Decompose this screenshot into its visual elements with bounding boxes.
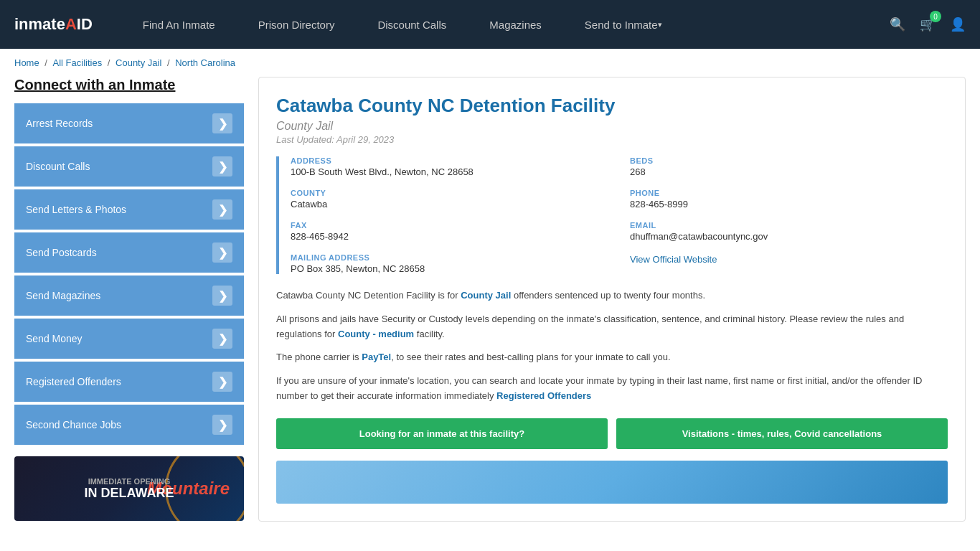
facility-type: County Jail <box>276 120 948 133</box>
sidebar-banner: IMMEDIATE OPENING IN DELAWARE Mountaire <box>14 456 244 521</box>
main-container: Connect with an Inmate Arrest Records ❯ … <box>0 77 980 536</box>
email-field: EMAIL dhuffman@catawbacountync.gov <box>630 221 948 242</box>
fax-field: FAX 828-465-8942 <box>291 221 608 242</box>
sidebar-menu: Arrest Records ❯ Discount Calls ❯ Send L… <box>14 103 244 445</box>
banner-line2: IN DELAWARE <box>84 486 174 501</box>
desc-para-4: If you are unsure of your inmate's locat… <box>276 374 948 404</box>
nav-icons: 🔍 🛒 0 👤 <box>890 17 966 32</box>
beds-label: BEDS <box>630 156 948 165</box>
nav-prison-directory[interactable]: Prison Directory <box>237 0 357 49</box>
chevron-right-icon: ❯ <box>212 372 232 392</box>
breadcrumb-north-carolina[interactable]: North Carolina <box>175 57 235 68</box>
address-value: 100-B South West Blvd., Newton, NC 28658 <box>291 166 608 177</box>
search-icon[interactable]: 🔍 <box>890 17 905 32</box>
chevron-right-icon: ❯ <box>212 286 232 306</box>
fax-label: FAX <box>291 221 608 230</box>
paytel-link[interactable]: PayTel <box>362 352 391 362</box>
breadcrumb: Home / All Facilities / County Jail / No… <box>0 49 980 77</box>
facility-title: Catawba County NC Detention Facility <box>276 95 948 117</box>
cart-badge: 0 <box>930 11 941 22</box>
mailing-field: MAILING ADDRESS PO Box 385, Newton, NC 2… <box>291 253 608 274</box>
email-value: dhuffman@catawbacountync.gov <box>630 231 948 242</box>
action-buttons: Looking for an inmate at this facility? … <box>276 418 948 449</box>
chevron-right-icon: ❯ <box>212 242 232 263</box>
user-icon[interactable]: 👤 <box>950 17 966 32</box>
county-medium-link[interactable]: County - medium <box>338 329 414 339</box>
beds-field: BEDS 268 <box>630 156 948 177</box>
sidebar-item-discount-calls[interactable]: Discount Calls ❯ <box>14 146 244 187</box>
chevron-right-icon: ❯ <box>212 329 232 349</box>
breadcrumb-county-jail[interactable]: County Jail <box>116 57 161 68</box>
sidebar-item-send-postcards[interactable]: Send Postcards ❯ <box>14 232 244 273</box>
address-label: ADDRESS <box>291 156 608 165</box>
banner-text: IMMEDIATE OPENING IN DELAWARE <box>84 477 174 501</box>
fax-value: 828-465-8942 <box>291 231 608 242</box>
breadcrumb-home[interactable]: Home <box>14 57 39 68</box>
chevron-right-icon: ❯ <box>212 156 232 176</box>
sidebar-item-send-letters[interactable]: Send Letters & Photos ❯ <box>14 189 244 230</box>
facility-updated: Last Updated: April 29, 2023 <box>276 134 948 145</box>
sidebar-title: Connect with an Inmate <box>14 77 244 93</box>
county-label: COUNTY <box>291 189 608 197</box>
registered-offenders-link[interactable]: Registered Offenders <box>496 390 591 401</box>
sidebar: Connect with an Inmate Arrest Records ❯ … <box>14 77 244 522</box>
navbar: inmateAID Find An Inmate Prison Director… <box>0 0 980 49</box>
county-field: COUNTY Catawba <box>291 189 608 209</box>
chevron-right-icon: ❯ <box>212 113 232 133</box>
logo-text: inmateAID <box>14 15 93 33</box>
sidebar-item-arrest-records[interactable]: Arrest Records ❯ <box>14 103 244 143</box>
facility-content: Catawba County NC Detention Facility Cou… <box>258 77 966 522</box>
logo[interactable]: inmateAID <box>14 15 93 34</box>
address-field: ADDRESS 100-B South West Blvd., Newton, … <box>291 156 608 177</box>
chevron-right-icon: ❯ <box>212 199 232 220</box>
breadcrumb-all-facilities[interactable]: All Facilities <box>53 57 103 68</box>
sidebar-item-send-money[interactable]: Send Money ❯ <box>14 319 244 359</box>
beds-value: 268 <box>630 166 948 177</box>
cart-icon[interactable]: 🛒 0 <box>920 17 936 32</box>
desc-para-1: Catawba County NC Detention Facility is … <box>276 288 948 303</box>
website-field: View Official Website <box>630 253 948 274</box>
phone-label: PHONE <box>630 189 948 197</box>
nav-links: Find An Inmate Prison Directory Discount… <box>121 0 890 49</box>
official-website-link[interactable]: View Official Website <box>630 254 717 265</box>
county-jail-link-1[interactable]: County Jail <box>461 290 511 301</box>
visitations-button[interactable]: Visitations - times, rules, Covid cancel… <box>616 418 948 449</box>
nav-magazines[interactable]: Magazines <box>468 0 563 49</box>
county-value: Catawba <box>291 199 608 209</box>
mailing-value: PO Box 385, Newton, NC 28658 <box>291 263 608 274</box>
sidebar-item-send-magazines[interactable]: Send Magazines ❯ <box>14 276 244 316</box>
info-grid: ADDRESS 100-B South West Blvd., Newton, … <box>276 156 948 274</box>
banner-line1: IMMEDIATE OPENING <box>84 477 174 486</box>
facility-image-strip <box>276 461 948 504</box>
sidebar-item-second-chance-jobs[interactable]: Second Chance Jobs ❯ <box>14 405 244 445</box>
desc-para-2: All prisons and jails have Security or C… <box>276 312 948 342</box>
mailing-label: MAILING ADDRESS <box>291 253 608 262</box>
nav-send-to-inmate[interactable]: Send to Inmate <box>563 0 684 49</box>
phone-field: PHONE 828-465-8999 <box>630 189 948 209</box>
nav-discount-calls[interactable]: Discount Calls <box>356 0 468 49</box>
sidebar-item-registered-offenders[interactable]: Registered Offenders ❯ <box>14 362 244 402</box>
email-label: EMAIL <box>630 221 948 230</box>
chevron-right-icon: ❯ <box>212 415 232 435</box>
facility-description: Catawba County NC Detention Facility is … <box>276 288 948 404</box>
find-inmate-button[interactable]: Looking for an inmate at this facility? <box>276 418 608 449</box>
desc-para-3: The phone carrier is PayTel, to see thei… <box>276 350 948 365</box>
phone-value: 828-465-8999 <box>630 199 948 209</box>
nav-find-inmate[interactable]: Find An Inmate <box>121 0 237 49</box>
